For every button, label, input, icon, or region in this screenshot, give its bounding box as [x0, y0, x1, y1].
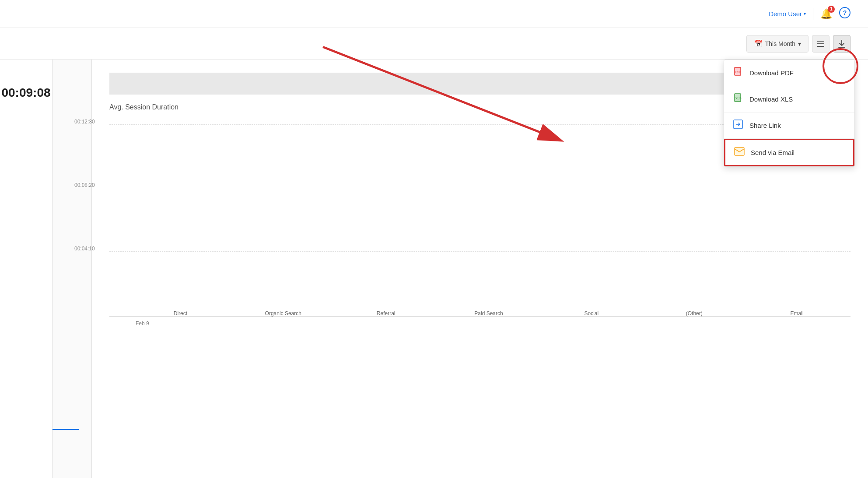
- send-email-item[interactable]: Send via Email: [724, 139, 854, 166]
- y-label-1: 00:12:30: [74, 119, 95, 125]
- share-link-label: Share Link: [749, 122, 781, 129]
- email-icon: [734, 147, 745, 158]
- calendar-icon: 📅: [754, 39, 763, 48]
- bar-label-email: Email: [791, 310, 804, 316]
- y-label-3: 00:04:10: [74, 246, 95, 252]
- dropdown-chevron: ▾: [798, 40, 801, 47]
- download-xls-label: Download XLS: [749, 95, 793, 103]
- download-xls-item[interactable]: XLS Download XLS: [724, 86, 854, 112]
- nav-right: Demo User ▾ 🔔 1 ?: [769, 7, 850, 21]
- help-icon[interactable]: ?: [839, 7, 850, 21]
- bottom-labels: Feb 9: [136, 317, 850, 327]
- left-metric: 00:09:08: [0, 60, 52, 478]
- user-chevron: ▾: [804, 11, 806, 16]
- send-email-label: Send via Email: [751, 149, 794, 156]
- bar-group-social: Social: [546, 307, 636, 316]
- user-label: Demo User: [769, 10, 802, 18]
- nav-divider: [813, 8, 813, 20]
- line-segment: [52, 429, 79, 430]
- bar-label-paid: Paid Search: [474, 310, 503, 316]
- svg-rect-11: [735, 148, 744, 155]
- download-pdf-item[interactable]: PDF Download PDF: [724, 60, 854, 86]
- bar-group-direct: Direct: [136, 307, 225, 316]
- bar-group-paid: Paid Search: [444, 307, 534, 316]
- this-month-button[interactable]: 📅 This Month ▾: [746, 35, 808, 53]
- notification-badge: 1: [828, 6, 835, 13]
- bar-label-other: (Other): [686, 310, 703, 316]
- bar-group-other: (Other): [649, 307, 739, 316]
- share-link-item[interactable]: Share Link: [724, 112, 854, 139]
- bar-label-referral: Referral: [377, 310, 396, 316]
- share-icon: [733, 120, 743, 131]
- user-menu[interactable]: Demo User ▾: [769, 10, 806, 18]
- toolbar-row: 📅 This Month ▾: [0, 28, 868, 60]
- this-month-label: This Month: [765, 40, 795, 47]
- bar-group-email: Email: [752, 307, 842, 316]
- bar-label-social: Social: [584, 310, 599, 316]
- top-nav: Demo User ▾ 🔔 1 ?: [0, 0, 868, 28]
- bar-label-direct: Direct: [174, 310, 187, 316]
- bar-label-organic: Organic Search: [265, 310, 301, 316]
- dropdown-menu: PDF Download PDF XLS Download XLS Share …: [724, 60, 855, 167]
- date-label: Feb 9: [136, 320, 149, 327]
- download-button[interactable]: [833, 35, 850, 53]
- download-pdf-label: Download PDF: [749, 69, 794, 77]
- y-label-2: 00:08:20: [74, 182, 95, 188]
- notifications-bell[interactable]: 🔔 1: [820, 8, 832, 20]
- session-duration-value: 00:09:08: [1, 86, 50, 100]
- bar-group-referral: Referral: [341, 307, 431, 316]
- svg-text:?: ?: [843, 9, 847, 16]
- bar-group-organic: Organic Search: [238, 307, 328, 316]
- pdf-icon: PDF: [733, 67, 743, 79]
- xls-icon: XLS: [733, 93, 743, 105]
- svg-text:XLS: XLS: [735, 97, 742, 100]
- filter-button[interactable]: [812, 35, 830, 53]
- svg-text:PDF: PDF: [735, 70, 742, 74]
